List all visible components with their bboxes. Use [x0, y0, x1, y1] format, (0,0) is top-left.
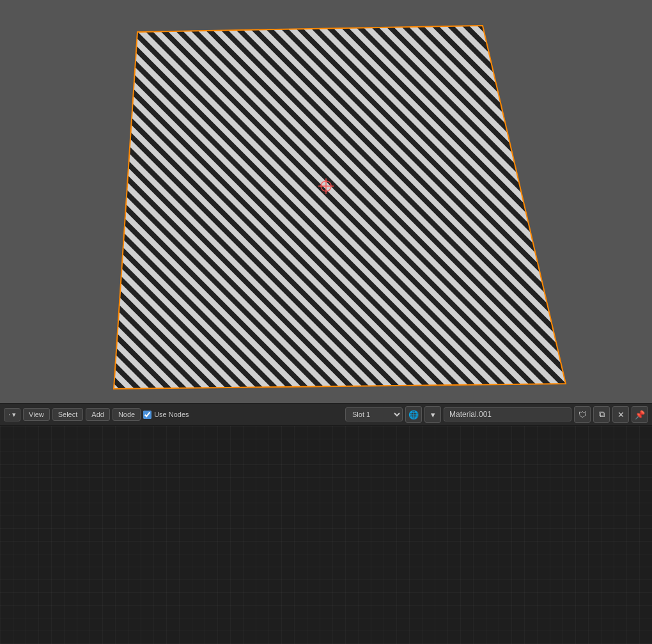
use-nodes-label: Use Nodes	[154, 411, 189, 418]
use-nodes-toggle[interactable]: Use Nodes	[143, 411, 189, 419]
mode-arrow: ▾	[12, 411, 16, 419]
viewport-3d[interactable]	[0, 0, 652, 403]
node-menu[interactable]: Node	[113, 408, 141, 421]
node-editor[interactable]: ▼ Texture Coordinate Generated Normal UV…	[0, 426, 652, 644]
mode-dropdown[interactable]: · ▾	[4, 408, 20, 421]
node-editor-toolbar: · ▾ View Select Add Node Use Nodes Slot …	[0, 403, 652, 426]
connections-svg	[0, 426, 652, 644]
view-menu[interactable]: View	[23, 408, 50, 421]
close-icon[interactable]: ✕	[612, 406, 629, 423]
viewport-canvas	[0, 0, 652, 403]
select-menu[interactable]: Select	[52, 408, 84, 421]
slot-dropdown[interactable]: Slot 1	[345, 407, 403, 421]
mode-label: ·	[8, 411, 10, 418]
pin-icon[interactable]: 📌	[632, 406, 648, 423]
sphere-icon[interactable]: 🌐	[405, 406, 422, 423]
use-nodes-checkbox[interactable]	[143, 411, 151, 419]
material-name-input[interactable]	[444, 407, 571, 421]
shield-icon[interactable]: 🛡	[574, 406, 591, 423]
dropdown-icon[interactable]: ▾	[424, 406, 441, 423]
copy-icon[interactable]: ⧉	[593, 406, 610, 423]
add-menu[interactable]: Add	[86, 408, 110, 421]
